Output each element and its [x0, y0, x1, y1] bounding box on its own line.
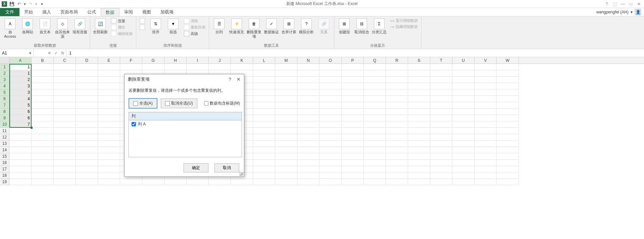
- cell[interactable]: [452, 160, 475, 166]
- cell[interactable]: [76, 70, 98, 77]
- cell[interactable]: [386, 77, 408, 83]
- cell[interactable]: [76, 153, 98, 160]
- cell[interactable]: [76, 166, 98, 172]
- cell[interactable]: [98, 179, 120, 185]
- cell[interactable]: [475, 109, 497, 115]
- cell[interactable]: [364, 64, 386, 70]
- cell[interactable]: [364, 147, 386, 153]
- cell[interactable]: [475, 102, 497, 109]
- cell[interactable]: [54, 83, 76, 89]
- cell[interactable]: [386, 102, 408, 109]
- from-web-button[interactable]: 🌐自网站: [19, 17, 36, 36]
- cell[interactable]: [142, 179, 164, 185]
- cell[interactable]: [408, 96, 430, 102]
- cell[interactable]: [475, 83, 497, 89]
- column-header-r[interactable]: R: [386, 57, 408, 64]
- cell[interactable]: [54, 89, 76, 96]
- row-header-8[interactable]: 8: [0, 109, 9, 115]
- cell[interactable]: [319, 153, 342, 160]
- cell[interactable]: [54, 121, 76, 128]
- cell[interactable]: [98, 172, 120, 179]
- cell[interactable]: [408, 141, 430, 147]
- cell[interactable]: [275, 115, 297, 121]
- cell[interactable]: [54, 77, 76, 83]
- group-button[interactable]: ⊞创建组: [336, 17, 352, 36]
- save-button[interactable]: 💾: [9, 1, 15, 7]
- cell[interactable]: [164, 179, 187, 185]
- has-header-checkbox[interactable]: 数据包含标题(M): [204, 101, 240, 106]
- cell[interactable]: [297, 166, 319, 172]
- cell[interactable]: [408, 166, 430, 172]
- cell[interactable]: [364, 128, 386, 134]
- cell[interactable]: [452, 134, 475, 141]
- cell[interactable]: [297, 172, 319, 179]
- cell[interactable]: [54, 109, 76, 115]
- filter-button[interactable]: ▼筛选: [165, 17, 181, 36]
- cell[interactable]: [342, 102, 364, 109]
- tab-view[interactable]: 视图: [138, 8, 156, 16]
- cell[interactable]: [475, 153, 497, 160]
- cell[interactable]: [231, 64, 253, 70]
- cell[interactable]: [408, 64, 430, 70]
- cell[interactable]: [386, 147, 408, 153]
- column-header-v[interactable]: V: [475, 57, 497, 64]
- column-header-e[interactable]: E: [98, 57, 120, 64]
- cell[interactable]: [497, 160, 519, 166]
- cell[interactable]: [452, 179, 475, 185]
- undo-dropdown[interactable]: ▾: [23, 1, 26, 7]
- cell[interactable]: [386, 115, 408, 121]
- cell[interactable]: [452, 172, 475, 179]
- ok-button[interactable]: 确定: [184, 163, 208, 172]
- cell[interactable]: 1: [9, 64, 32, 70]
- cell[interactable]: [253, 70, 275, 77]
- maximize-button[interactable]: □: [628, 2, 634, 6]
- cell[interactable]: [76, 128, 98, 134]
- column-header-i[interactable]: I: [187, 57, 209, 64]
- cell[interactable]: [364, 77, 386, 83]
- cell[interactable]: [98, 102, 120, 109]
- cell[interactable]: [98, 77, 120, 83]
- cell[interactable]: [297, 109, 319, 115]
- cell[interactable]: [275, 147, 297, 153]
- cell[interactable]: [54, 179, 76, 185]
- cell[interactable]: [475, 96, 497, 102]
- cell[interactable]: [76, 141, 98, 147]
- cell[interactable]: [430, 96, 452, 102]
- cell[interactable]: [452, 121, 475, 128]
- cell[interactable]: [275, 134, 297, 141]
- cell[interactable]: [297, 89, 319, 96]
- cell[interactable]: [164, 64, 187, 70]
- cell[interactable]: [408, 128, 430, 134]
- minimize-button[interactable]: —: [620, 2, 626, 6]
- cell[interactable]: [32, 115, 54, 121]
- has-header-input[interactable]: [204, 101, 208, 106]
- column-header-u[interactable]: U: [452, 57, 475, 64]
- column-header-c[interactable]: C: [54, 57, 76, 64]
- cell[interactable]: [253, 109, 275, 115]
- cell[interactable]: [253, 89, 275, 96]
- cell[interactable]: [364, 109, 386, 115]
- cell[interactable]: [76, 89, 98, 96]
- cell[interactable]: [54, 160, 76, 166]
- cell[interactable]: [342, 96, 364, 102]
- cell[interactable]: [386, 153, 408, 160]
- cell[interactable]: [430, 160, 452, 166]
- cell[interactable]: [408, 153, 430, 160]
- cell[interactable]: [386, 160, 408, 166]
- existing-connections-button[interactable]: 🔗现有连接: [72, 17, 88, 36]
- cell[interactable]: [386, 179, 408, 185]
- cell[interactable]: [319, 64, 342, 70]
- tab-formulas[interactable]: 公式: [83, 8, 101, 16]
- column-header-o[interactable]: O: [319, 57, 342, 64]
- cell[interactable]: [32, 96, 54, 102]
- cell[interactable]: [408, 109, 430, 115]
- row-header-1[interactable]: 1: [0, 64, 9, 70]
- cell[interactable]: [120, 64, 142, 70]
- cell[interactable]: [430, 134, 452, 141]
- cell[interactable]: [475, 147, 497, 153]
- column-header-l[interactable]: L: [253, 57, 275, 64]
- row-header-17[interactable]: 17: [0, 166, 9, 172]
- cell[interactable]: [342, 172, 364, 179]
- cell[interactable]: [342, 160, 364, 166]
- cell[interactable]: [386, 141, 408, 147]
